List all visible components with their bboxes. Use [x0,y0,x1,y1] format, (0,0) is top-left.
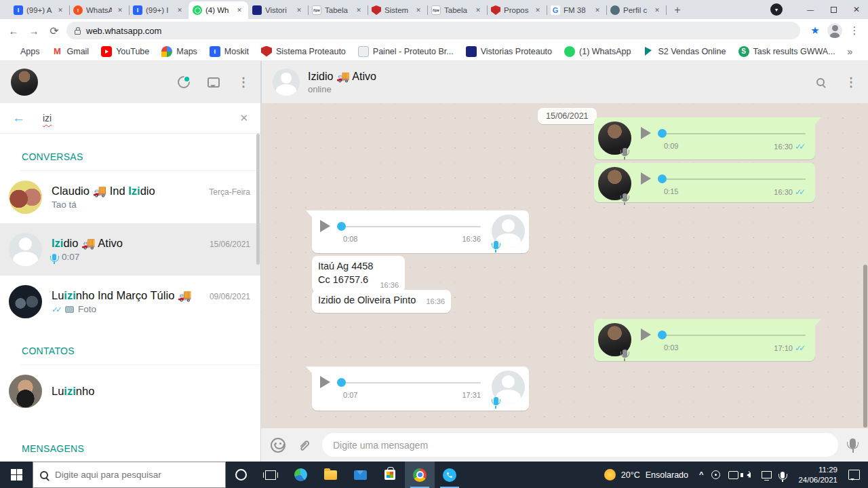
bookmark-vistorias[interactable]: Vistorias Proteauto [466,46,552,57]
close-tab-icon[interactable] [235,5,244,15]
bookmark-painel[interactable]: Painel - Proteuto Br... [358,46,454,57]
search-icon[interactable] [816,78,825,86]
bookmark-maps[interactable]: Maps [161,46,197,57]
chat-row-izidio[interactable]: Izidio 🚚 Ativo 15/06/2021 0:07 [0,223,260,276]
attach-icon[interactable] [296,438,311,453]
bookmark-youtube[interactable]: YouTube [101,46,149,57]
close-tab-icon[interactable] [115,5,125,15]
audio-slider[interactable] [658,174,806,183]
chat-avatar[interactable] [273,69,300,96]
chat-header[interactable]: Izidio 🚚 Ativo online [261,61,868,103]
message-input[interactable] [322,433,838,457]
maximize-button[interactable] [822,0,845,19]
tab-moskit-2[interactable]: (99+) I [129,1,189,19]
task-view-button[interactable] [256,462,285,488]
close-tab-icon[interactable] [56,5,65,15]
slider-handle[interactable] [658,331,667,339]
bookmark-task-results[interactable]: Task results GWWA... [738,46,835,57]
play-button[interactable] [320,376,330,388]
taskbar-search[interactable] [33,462,226,488]
close-tab-icon[interactable] [354,5,363,15]
play-button[interactable] [641,329,651,341]
bookmark-sistema-proteauto[interactable]: Sistema Proteauto [261,46,346,57]
sender-avatar[interactable] [492,371,525,404]
bookmark-whatsapp[interactable]: (1) WhatsApp [564,46,631,57]
status-icon[interactable] [178,76,190,88]
audio-slider[interactable] [658,129,806,138]
bookmarks-overflow-icon[interactable] [848,46,853,57]
tab-proposta[interactable]: Propos [487,1,547,19]
tab-tabela-1[interactable]: Tabela [308,1,368,19]
new-chat-icon[interactable] [208,77,220,88]
tab-moskit-1[interactable]: (99+) A [9,1,69,19]
store-button[interactable] [375,462,405,488]
tray-sync-icon[interactable] [707,462,724,488]
chat-row-claudio[interactable]: Claudio 🚚 Ind Izidio Terça-Feira Tao tá [0,171,260,223]
audio-slider[interactable] [337,222,481,231]
tab-fm[interactable]: FM 38 [547,1,606,19]
search-bar[interactable]: izi [0,103,260,134]
slider-handle[interactable] [658,174,667,183]
audio-slider[interactable] [658,331,806,339]
emoji-icon[interactable] [271,438,285,453]
tab-vistorias[interactable]: Vistori [248,1,308,19]
browser-update-icon[interactable] [770,3,783,16]
sender-avatar[interactable] [598,121,631,155]
tray-expand-icon[interactable] [695,461,707,487]
slider-handle[interactable] [337,378,346,387]
profile-avatar[interactable] [827,23,842,38]
phone-app-button[interactable] [435,462,465,488]
chat-menu-icon[interactable] [845,75,857,90]
bookmark-star-icon[interactable] [807,22,823,39]
slider-handle[interactable] [337,222,346,231]
close-tab-icon[interactable] [593,5,602,15]
chat-row-luizinho-ind[interactable]: Luizinho Ind Março Túlio 🚚 09/06/2021 Fo… [0,276,260,328]
new-tab-button[interactable] [669,1,686,19]
tray-mic-icon[interactable] [776,462,791,488]
reload-button[interactable] [46,22,62,39]
file-explorer-button[interactable] [315,462,345,488]
tab-sistema[interactable]: Sistem [368,1,427,19]
weather-widget[interactable]: 20°C Ensolarado [597,469,695,481]
minimize-button[interactable] [799,0,822,19]
bookmark-s2-vendas[interactable]: S2 Vendas Online [643,46,726,57]
taskbar-search-input[interactable] [55,470,218,480]
start-button[interactable] [0,462,33,488]
forward-button[interactable] [26,22,42,39]
close-tab-icon[interactable] [652,5,662,15]
voice-record-icon[interactable] [849,438,859,451]
audio-slider[interactable] [337,378,481,387]
address-bar[interactable]: web.whatsapp.com [66,22,800,39]
sidebar-scrollbar[interactable] [256,134,260,265]
contact-row-luizinho[interactable]: Luizinho [0,365,260,417]
tab-whatsapp-active[interactable]: (4) Wh [189,1,248,19]
sender-avatar[interactable] [492,214,525,248]
close-tab-icon[interactable] [533,5,542,15]
taskbar-clock[interactable]: 11:29 24/06/2021 [791,465,844,485]
back-button[interactable] [5,22,22,39]
slider-handle[interactable] [658,129,667,138]
close-tab-icon[interactable] [175,5,184,15]
user-avatar[interactable] [11,69,38,96]
bookmark-gmail[interactable]: Gmail [52,46,90,57]
network-icon[interactable] [757,462,776,488]
menu-icon[interactable] [237,75,250,90]
sender-avatar[interactable] [598,323,631,356]
browser-menu-icon[interactable] [846,22,863,39]
bookmark-apps[interactable]: Apps [7,47,40,56]
close-tab-icon[interactable] [414,5,423,15]
tab-perfil[interactable]: Perfil c [606,1,666,19]
back-icon[interactable] [12,111,25,126]
volume-icon[interactable] [743,462,757,488]
mail-button[interactable] [345,462,375,488]
chrome-button[interactable] [405,462,435,488]
play-button[interactable] [641,127,651,139]
tab-tabela-2[interactable]: Tabela [427,1,487,19]
play-button[interactable] [641,172,651,185]
close-window-button[interactable] [845,0,868,19]
chat-scrollbar[interactable] [863,265,867,428]
close-tab-icon[interactable] [294,5,304,15]
sender-avatar[interactable] [598,167,631,200]
bookmark-moskit[interactable]: Moskit [210,46,249,57]
clear-search-icon[interactable] [239,112,248,124]
